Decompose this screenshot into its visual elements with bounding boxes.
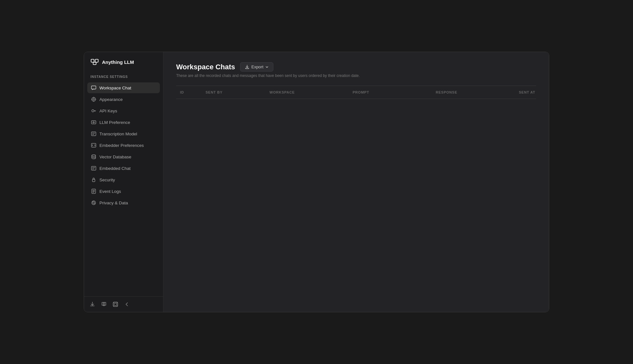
svg-point-23 [114,303,117,306]
sidebar-label-api-keys: API Keys [99,109,117,113]
embedded-icon [91,166,96,171]
export-label: Export [251,64,263,69]
sidebar-item-security[interactable]: Security [87,174,160,185]
page-title: Workspace Chats [176,63,235,71]
col-workspace: WORKSPACE [266,89,349,95]
back-icon[interactable] [124,301,130,307]
sidebar-label-workspace-chat: Workspace Chat [99,86,131,90]
svg-point-19 [93,202,95,204]
sidebar-bottom [84,296,163,312]
embedder-icon [91,143,96,148]
security-icon [91,177,96,182]
svg-line-21 [94,203,95,204]
svg-rect-2 [93,62,96,64]
llm-icon [91,120,96,125]
sidebar-label-event-logs: Event Logs [99,189,121,194]
app-window: Anything LLM INSTANCE SETTINGS Workspace… [84,52,549,312]
appearance-icon [91,97,96,102]
sidebar-label-privacy-data: Privacy & Data [99,201,128,205]
sidebar-label-transcription-model: Transcription Model [99,132,137,136]
content-area: Workspace Chats Export These are all the… [163,52,549,312]
sidebar: Anything LLM INSTANCE SETTINGS Workspace… [84,52,163,312]
sidebar-label-vector-database: Vector Database [99,155,131,159]
svg-point-5 [93,99,95,100]
col-id: ID [176,89,202,95]
privacy-icon [91,200,96,205]
sidebar-item-embedded-chat[interactable]: Embedded Chat [87,163,160,174]
svg-rect-0 [91,59,94,62]
sidebar-nav: Workspace Chat Appearance [84,81,163,296]
export-button[interactable]: Export [240,62,273,72]
instance-settings-label: INSTANCE SETTINGS [84,72,163,81]
sidebar-label-security: Security [99,178,115,182]
sidebar-item-privacy-data[interactable]: Privacy & Data [87,197,160,208]
col-response: RESPONSE [432,89,515,95]
svg-rect-16 [92,179,95,182]
logo-icon [90,58,99,66]
logs-icon [91,189,96,194]
sidebar-item-vector-database[interactable]: Vector Database [87,151,160,162]
table-body [176,99,536,227]
support-icon[interactable] [112,301,119,307]
svg-line-20 [92,201,93,202]
sidebar-item-llm-preference[interactable]: LLM Preference [87,117,160,128]
sidebar-label-embedder-preferences: Embedder Preferences [99,143,144,148]
svg-point-14 [92,155,96,156]
svg-rect-3 [91,86,96,89]
svg-rect-1 [95,59,98,62]
main-content: Workspace Chats Export These are all the… [163,52,549,312]
sidebar-label-llm-preference: LLM Preference [99,120,130,125]
sidebar-label-embedded-chat: Embedded Chat [99,166,131,171]
table-container: ID SENT BY WORKSPACE PROMPT RESPONSE SEN… [176,86,536,227]
svg-point-4 [92,97,96,101]
svg-rect-12 [91,132,96,136]
chat-icon [91,85,96,90]
sidebar-item-transcription-model[interactable]: Transcription Model [87,128,160,139]
page-subtitle: These are all the recorded chats and mes… [176,73,536,78]
key-icon [91,108,96,113]
export-icon [245,65,249,69]
sidebar-item-workspace-chat[interactable]: Workspace Chat [87,82,160,93]
page-header: Workspace Chats Export [176,62,536,72]
col-prompt: PROMPT [349,89,432,95]
vector-icon [91,154,96,159]
col-sent-at: SENT AT [515,89,549,95]
sidebar-item-appearance[interactable]: Appearance [87,94,160,105]
logo: Anything LLM [84,52,163,72]
book-icon[interactable] [101,301,107,307]
download-icon[interactable] [89,301,96,307]
logo-text: Anything LLM [102,59,134,65]
transcription-icon [91,131,96,136]
chevron-down-icon [265,65,269,69]
svg-rect-15 [91,166,96,170]
sidebar-label-appearance: Appearance [99,97,123,102]
sidebar-item-api-keys[interactable]: API Keys [87,105,160,116]
table-header: ID SENT BY WORKSPACE PROMPT RESPONSE SEN… [176,86,536,99]
col-sent-by: SENT BY [202,89,266,95]
sidebar-item-embedder-preferences[interactable]: Embedder Preferences [87,140,160,151]
sidebar-item-event-logs[interactable]: Event Logs [87,186,160,197]
